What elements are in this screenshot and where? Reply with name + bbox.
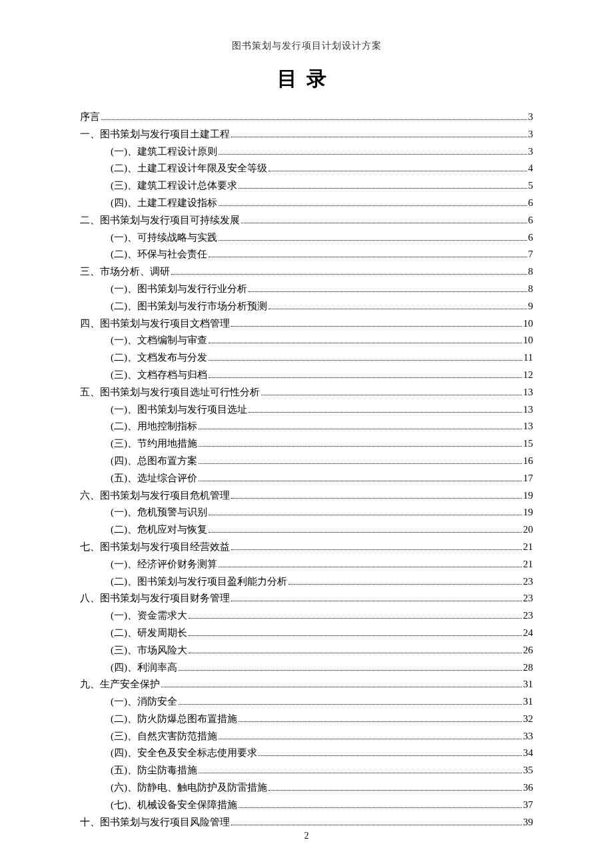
toc-entry-page: 8 [528, 263, 534, 281]
toc-entry[interactable]: (一)、危机预警与识别19 [80, 504, 533, 521]
toc-entry[interactable]: (一)、图书策划与发行行业分析8 [80, 281, 533, 298]
toc-entry-page: 31 [523, 676, 533, 693]
toc-entry-page: 20 [523, 521, 533, 539]
toc-entry[interactable]: 一、图书策划与发行项目土建工程3 [80, 126, 533, 143]
toc-entry-page: 10 [523, 332, 533, 349]
toc-leader-dots [239, 721, 522, 722]
toc-entry[interactable]: (二)、防火防爆总图布置措施32 [80, 711, 533, 728]
toc-leader-dots [231, 601, 522, 601]
toc-leader-dots [199, 773, 522, 773]
toc-leader-dots [269, 790, 522, 791]
page-number: 2 [0, 831, 613, 841]
toc-entry[interactable]: (一)、经济评价财务测算21 [80, 556, 533, 573]
toc-entry-label: 十、图书策划与发行项目风险管理 [80, 814, 230, 831]
toc-entry[interactable]: 九、生产安全保护31 [80, 676, 533, 693]
toc-entry-label: 七、图书策划与发行项目经营效益 [80, 539, 230, 556]
toc-entry[interactable]: (二)、研发周期长24 [80, 625, 533, 642]
toc-entry[interactable]: (五)、选址综合评价17 [80, 470, 533, 487]
toc-entry[interactable]: (四)、土建工程建设指标6 [80, 195, 533, 212]
toc-leader-dots [269, 171, 527, 171]
toc-entry[interactable]: (一)、文档编制与审查10 [80, 332, 533, 349]
toc-entry[interactable]: (二)、文档发布与分发11 [80, 349, 533, 367]
toc-entry[interactable]: 六、图书策划与发行项目危机管理19 [80, 487, 533, 505]
toc-entry[interactable]: (四)、利润率高28 [80, 659, 533, 677]
toc-entry-label: 一、图书策划与发行项目土建工程 [80, 126, 230, 143]
toc-entry[interactable]: (三)、市场风险大26 [80, 642, 533, 659]
toc-entry[interactable]: (一)、图书策划与发行项目选址13 [80, 401, 533, 419]
page: 图书策划与发行项目计划设计方案 目录 序言3一、图书策划与发行项目土建工程3(一… [0, 0, 613, 868]
toc-entry[interactable]: (六)、防静电、触电防护及防雷措施36 [80, 779, 533, 797]
toc-entry-label: (六)、防静电、触电防护及防雷措施 [111, 779, 267, 797]
toc-leader-dots [239, 807, 522, 808]
toc-leader-dots [209, 257, 527, 257]
toc-entry[interactable]: 四、图书策划与发行项目文档管理10 [80, 315, 533, 333]
toc-entry[interactable]: (二)、图书策划与发行项目盈利能力分析23 [80, 573, 533, 591]
toc-entry[interactable]: 八、图书策划与发行项目财务管理23 [80, 590, 533, 607]
toc-entry[interactable]: (一)、资金需求大23 [80, 607, 533, 625]
toc-entry[interactable]: (三)、自然灾害防范措施33 [80, 728, 533, 745]
toc-entry[interactable]: (四)、总图布置方案16 [80, 453, 533, 470]
toc-entry-label: (一)、经济评价财务测算 [111, 556, 217, 573]
toc-entry[interactable]: (二)、图书策划与发行市场分析预测9 [80, 298, 533, 315]
toc-leader-dots [189, 635, 522, 636]
toc-leader-dots [199, 429, 522, 429]
toc-entry[interactable]: (一)、消防安全31 [80, 693, 533, 711]
toc-entry[interactable]: (五)、防尘防毒措施35 [80, 762, 533, 779]
toc-entry-page: 6 [528, 212, 534, 229]
toc-leader-dots [269, 309, 527, 309]
toc-entry-page: 21 [523, 556, 533, 573]
toc-entry-label: (三)、文档存档与归档 [111, 367, 207, 384]
toc-leader-dots [171, 274, 527, 275]
toc-leader-dots [231, 549, 522, 550]
toc-entry[interactable]: (三)、文档存档与归档12 [80, 367, 533, 384]
toc-leader-dots [101, 119, 527, 120]
toc-entry[interactable]: (二)、环保与社会责任7 [80, 246, 533, 263]
toc-entry-page: 23 [523, 573, 533, 591]
toc-entry[interactable]: (二)、土建工程设计年限及安全等级4 [80, 160, 533, 177]
toc-entry-label: (三)、节约用地措施 [111, 435, 197, 453]
toc-entry-label: (一)、可持续战略与实践 [111, 229, 217, 247]
toc-entry[interactable]: (一)、可持续战略与实践6 [80, 229, 533, 247]
toc-entry-page: 28 [523, 659, 533, 677]
toc-leader-dots [219, 154, 527, 155]
toc-leader-dots [179, 670, 522, 671]
toc-entry[interactable]: (二)、用地控制指标13 [80, 418, 533, 435]
toc-entry-label: 序言 [80, 109, 100, 126]
toc-entry-page: 23 [523, 607, 533, 625]
table-of-contents: 序言3一、图书策划与发行项目土建工程3(一)、建筑工程设计原则3(二)、土建工程… [80, 109, 533, 831]
toc-leader-dots [239, 188, 527, 189]
toc-entry[interactable]: 十、图书策划与发行项目风险管理39 [80, 814, 533, 831]
toc-entry[interactable]: (四)、安全色及安全标志使用要求34 [80, 745, 533, 762]
toc-entry[interactable]: 七、图书策划与发行项目经营效益21 [80, 539, 533, 556]
toc-entry[interactable]: (三)、建筑工程设计总体要求5 [80, 177, 533, 195]
toc-leader-dots [189, 653, 522, 653]
toc-entry-page: 13 [523, 401, 533, 419]
toc-entry-label: (一)、文档编制与审查 [111, 332, 207, 349]
toc-entry-label: (一)、危机预警与识别 [111, 504, 207, 521]
toc-entry[interactable]: 三、市场分析、调研8 [80, 263, 533, 281]
toc-entry[interactable]: 二、图书策划与发行项目可持续发展6 [80, 212, 533, 229]
toc-entry[interactable]: (一)、建筑工程设计原则3 [80, 143, 533, 161]
toc-entry[interactable]: (三)、节约用地措施15 [80, 435, 533, 453]
toc-entry[interactable]: 序言3 [80, 109, 533, 126]
toc-entry-label: (一)、图书策划与发行行业分析 [111, 281, 247, 298]
toc-entry-label: (四)、土建工程建设指标 [111, 195, 217, 212]
toc-entry-page: 7 [528, 246, 534, 263]
toc-entry-label: (二)、研发周期长 [111, 625, 187, 642]
toc-leader-dots [209, 343, 522, 343]
toc-leader-dots [161, 687, 522, 687]
toc-entry[interactable]: (七)、机械设备安全保障措施37 [80, 797, 533, 814]
toc-leader-dots [249, 412, 522, 413]
toc-leader-dots [231, 326, 522, 327]
toc-entry[interactable]: 五、图书策划与发行项目选址可行性分析13 [80, 384, 533, 401]
toc-entry-page: 21 [523, 539, 533, 556]
toc-leader-dots [189, 618, 522, 619]
toc-leader-dots [209, 532, 522, 533]
toc-leader-dots [261, 395, 522, 395]
toc-entry-page: 10 [523, 315, 533, 333]
toc-entry-page: 15 [523, 435, 533, 453]
toc-leader-dots [179, 704, 522, 705]
toc-entry[interactable]: (二)、危机应对与恢复20 [80, 521, 533, 539]
toc-entry-label: (一)、资金需求大 [111, 607, 187, 625]
toc-entry-label: (二)、环保与社会责任 [111, 246, 207, 263]
